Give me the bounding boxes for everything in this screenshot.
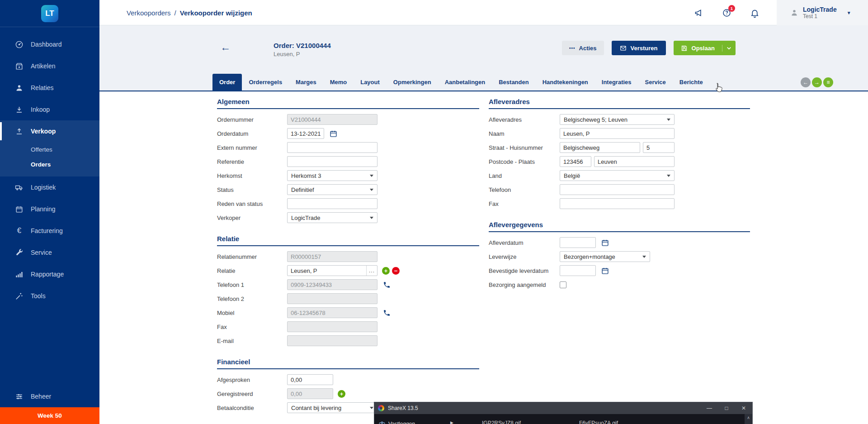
sidebar-item-beheer[interactable]: Beheer: [0, 386, 99, 407]
logictrade-logo[interactable]: LT: [41, 5, 58, 22]
tab-orderregels[interactable]: Orderregels: [242, 74, 289, 91]
afleveradres-select[interactable]: Belgischeweg 5; Leuven: [560, 114, 675, 125]
scrollbar-up-button[interactable]: ∧: [745, 414, 752, 424]
phone-icon[interactable]: [383, 309, 391, 317]
phone-icon[interactable]: [383, 281, 391, 289]
leverwijze-select[interactable]: Bezorgen+montage: [560, 251, 650, 262]
orderdatum-input[interactable]: [287, 128, 324, 139]
sharex-menu-vastleggen[interactable]: Vastleggen: [379, 421, 415, 424]
sidebar-item-planning[interactable]: Planning: [0, 198, 99, 220]
field-naam: Naam: [489, 128, 750, 139]
bar-chart-icon: [15, 270, 24, 279]
chevron-down-icon: [726, 45, 732, 52]
help-icon[interactable]: 1: [722, 8, 731, 18]
calendar-icon[interactable]: [330, 130, 337, 138]
bezorging-aangemeld-checkbox[interactable]: [560, 281, 566, 288]
tabs-scroll-right-button[interactable]: →: [812, 77, 822, 87]
sharex-window[interactable]: ShareX 13.5 — □ ✕ Vastleggen ▶ IGP2RSvJZ…: [374, 402, 753, 424]
betaalconditie-select[interactable]: Contant bij levering: [287, 402, 377, 413]
versturen-label: Versturen: [631, 45, 658, 52]
calendar-icon[interactable]: [601, 267, 609, 275]
field-label: Herkomst: [217, 172, 287, 179]
sidebar-item-logistiek[interactable]: Logistiek: [0, 176, 99, 198]
bevestigde-leverdatum-input[interactable]: [560, 265, 596, 276]
recent-file[interactable]: IGP2RSvJZ8.gif: [482, 420, 521, 424]
sidebar-item-inkoop[interactable]: Inkoop: [0, 99, 99, 120]
fax-input: [287, 321, 377, 332]
relatie-input[interactable]: [288, 266, 366, 276]
tab-layout[interactable]: Layout: [354, 74, 387, 91]
field-herkomst: Herkomst Herkomst 3: [217, 170, 479, 181]
tab-order[interactable]: Order: [212, 74, 242, 91]
sidebar-item-orders[interactable]: Orders: [0, 157, 99, 172]
sidebar-item-service[interactable]: Service: [0, 242, 99, 263]
afleverdatum-input[interactable]: [560, 237, 596, 248]
tab-handtekeningen[interactable]: Handtekeningen: [536, 74, 595, 91]
sidebar-item-relaties[interactable]: Relaties: [0, 77, 99, 99]
close-button[interactable]: ✕: [735, 402, 752, 414]
acties-button[interactable]: ••• Acties: [562, 41, 604, 55]
calendar-icon[interactable]: [601, 239, 609, 247]
tab-opmerkingen[interactable]: Opmerkingen: [387, 74, 438, 91]
extern-nummer-input[interactable]: [287, 142, 377, 153]
tabs-menu-button[interactable]: ≡: [823, 77, 833, 87]
tab-bestanden[interactable]: Bestanden: [492, 74, 535, 91]
herkomst-select[interactable]: Herkomst 3: [287, 170, 377, 181]
breadcrumb-parent-link[interactable]: Verkooporders: [127, 9, 171, 17]
land-select[interactable]: België: [560, 170, 675, 181]
reden-van-status-input[interactable]: [287, 198, 377, 209]
add-relatie-icon[interactable]: +: [382, 267, 390, 275]
section-title: Afleveradres: [489, 98, 750, 109]
opslaan-dropdown-button[interactable]: [722, 45, 736, 52]
straat-input[interactable]: [560, 142, 640, 153]
relatie-lookup-button[interactable]: ...: [366, 266, 377, 276]
remove-relatie-icon[interactable]: −: [392, 267, 400, 275]
tab-service[interactable]: Service: [638, 74, 673, 91]
sidebar-item-facturering[interactable]: € Facturering: [0, 220, 99, 242]
naam-input[interactable]: [560, 128, 675, 139]
status-select[interactable]: Definitief: [287, 184, 377, 195]
euro-icon: €: [15, 227, 24, 235]
sidebar-item-dashboard[interactable]: Dashboard: [0, 33, 99, 55]
back-button[interactable]: ←: [220, 42, 231, 52]
ordernummer-input: [287, 114, 377, 125]
postcode-input[interactable]: [560, 156, 591, 167]
aflever-telefoon-input[interactable]: [560, 184, 675, 195]
tab-integraties[interactable]: Integraties: [595, 74, 638, 91]
sidebar-item-artikelen[interactable]: Artikelen: [0, 55, 99, 77]
huisnummer-input[interactable]: [643, 142, 675, 153]
tab-memo[interactable]: Memo: [323, 74, 354, 91]
sidebar-item-label: Beheer: [31, 393, 51, 400]
bell-icon[interactable]: [750, 8, 760, 18]
tabs-scroll-left-button[interactable]: ←: [801, 77, 811, 87]
sidebar-item-offertes[interactable]: Offertes: [0, 142, 99, 157]
tab-berichten[interactable]: Berichte: [673, 74, 710, 91]
add-payment-icon[interactable]: +: [338, 390, 345, 398]
plaats-input[interactable]: [594, 156, 675, 167]
sidebar-item-verkoop[interactable]: Verkoop: [0, 120, 99, 142]
sharex-titlebar[interactable]: ShareX 13.5 — □ ✕: [374, 402, 752, 414]
user-menu[interactable]: LogicTrade Test 1 ▼: [777, 0, 868, 25]
megaphone-icon[interactable]: [693, 8, 703, 18]
select-caret-icon: [370, 217, 373, 219]
tab-aanbetalingen[interactable]: Aanbetalingen: [438, 74, 492, 91]
aflever-fax-input[interactable]: [560, 198, 675, 209]
sidebar-item-tools[interactable]: Tools: [0, 285, 99, 307]
week-indicator[interactable]: Week 50: [0, 407, 99, 424]
opslaan-button[interactable]: Opslaan: [674, 45, 722, 52]
field-telefoon1: Telefoon 1: [217, 279, 479, 290]
section-aflevergegevens: Aflevergegevens Afleverdatum Leverwijze …: [489, 221, 750, 290]
tab-marges[interactable]: Marges: [289, 74, 323, 91]
minimize-button[interactable]: —: [701, 402, 718, 414]
recent-file[interactable]: F6vFPsuoZA.gif: [579, 420, 618, 424]
versturen-button[interactable]: Versturen: [612, 41, 666, 55]
referentie-input[interactable]: [287, 156, 377, 167]
afgesproken-input[interactable]: [287, 374, 333, 385]
select-caret-icon: [667, 175, 670, 177]
sidebar-item-rapportage[interactable]: Rapportage: [0, 263, 99, 285]
maximize-button[interactable]: □: [718, 402, 735, 414]
field-label: Extern nummer: [217, 144, 287, 151]
verkoper-select[interactable]: LogicTrade: [287, 212, 377, 223]
field-mobiel: Mobiel: [217, 307, 479, 318]
sidebar-item-label: Logistiek: [31, 184, 56, 191]
